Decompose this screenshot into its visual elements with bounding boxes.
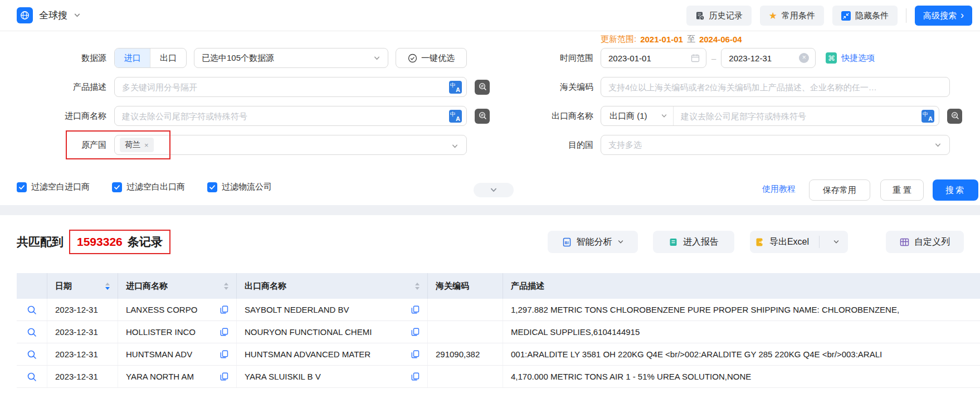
excel-export-icon <box>755 237 764 247</box>
product-desc-cell: 4,170.000 METRIC TONS AIR 1 - 51% UREA S… <box>503 366 980 387</box>
exporter-cell: YARA SLUISKIL B V <box>237 366 428 387</box>
origin-country-label: 原产国 <box>17 140 106 150</box>
table-body: 2023-12-31 LANXESS CORPO SAYBOLT NEDERLA… <box>17 299 980 388</box>
filter-logistics-checkbox[interactable]: 过滤物流公司 <box>207 182 272 192</box>
translate-icon[interactable]: 中A <box>449 81 462 94</box>
chevron-down-icon <box>617 239 624 245</box>
header-date[interactable]: 日期 <box>47 273 118 299</box>
exporter-type-select[interactable]: 出口商 (1) <box>601 106 674 125</box>
copy-icon[interactable] <box>411 350 420 358</box>
header-product-desc: 产品描述 <box>503 273 980 299</box>
save-common-button[interactable]: 保存常用 <box>809 179 870 201</box>
search-button[interactable]: 搜索 <box>933 179 978 201</box>
hs-code-input[interactable] <box>608 82 942 92</box>
data-source-selected: 已选中105个数据源 <box>202 53 274 64</box>
end-date-field[interactable]: 2023-12-31 × <box>721 48 816 68</box>
smart-analysis-button[interactable]: BI 智能分析 <box>548 231 638 253</box>
filter-blank-exporter-checkbox[interactable]: 过滤空白出口商 <box>112 182 185 192</box>
exact-search-toggle-icon[interactable] <box>475 80 490 95</box>
chevron-down-icon[interactable] <box>74 12 81 19</box>
favorites-button[interactable]: ★ 常用条件 <box>760 6 824 26</box>
header-exporter[interactable]: 出口商名称 <box>237 273 428 299</box>
copy-icon[interactable] <box>220 305 228 314</box>
app-brand[interactable]: 全球搜 <box>17 7 81 23</box>
row-search-icon[interactable] <box>27 372 37 382</box>
origin-country-select[interactable]: 荷兰 × <box>114 135 467 155</box>
copy-icon[interactable] <box>411 328 420 336</box>
copy-icon[interactable] <box>220 328 228 336</box>
export-excel-button[interactable]: 导出Excel <box>750 231 814 253</box>
importer-row: 进口商名称 中A <box>17 106 490 126</box>
import-export-toggle: 进口 出口 <box>114 48 187 68</box>
exporter-input[interactable] <box>674 111 922 121</box>
exporter-cell: HUNTSMAN ADVANCED MATER <box>237 343 428 365</box>
history-icon <box>695 11 705 21</box>
update-range-to: 至 <box>687 34 695 45</box>
row-search-icon[interactable] <box>27 349 37 360</box>
importer-input[interactable] <box>122 111 449 121</box>
collapse-form-button[interactable] <box>474 183 514 197</box>
checkbox-checked-icon <box>112 182 122 192</box>
quick-options-label: 快捷选项 <box>841 53 875 64</box>
date-cell: 2023-12-31 <box>47 366 118 387</box>
topbar-divider <box>906 8 906 23</box>
end-date-value: 2023-12-31 <box>729 54 772 63</box>
importer-cell: HUNTSMAN ADV <box>118 343 237 365</box>
result-count-line: 共匹配到 1593326 条记录 <box>17 230 170 254</box>
history-button[interactable]: 历史记录 <box>686 6 752 26</box>
row-search-icon[interactable] <box>27 327 37 337</box>
sort-icons[interactable] <box>415 283 420 290</box>
checkbox-checked-icon <box>207 182 217 192</box>
custom-columns-button[interactable]: 自定义列 <box>886 231 964 253</box>
reset-button[interactable]: 重 置 <box>880 179 924 201</box>
chevron-down-icon <box>833 239 840 245</box>
exact-search-toggle-icon[interactable] <box>475 109 490 124</box>
copy-icon[interactable] <box>220 350 228 358</box>
hs-code-row: 海关编码 <box>535 77 950 97</box>
filter-blank-importer-checkbox[interactable]: 过滤空白进口商 <box>17 182 90 192</box>
tab-export[interactable]: 出口 <box>150 48 186 67</box>
destination-row: 目的国 支持多选 <box>535 135 950 155</box>
sort-icons[interactable] <box>224 283 228 290</box>
filter-label: 过滤物流公司 <box>222 182 272 192</box>
row-detail-cell <box>17 321 47 343</box>
quick-options-link[interactable]: ⌘ 快捷选项 <box>826 52 875 64</box>
row-search-icon[interactable] <box>27 305 37 315</box>
start-date-value: 2023-01-01 <box>608 54 651 63</box>
section-divider <box>0 205 980 215</box>
copy-icon[interactable] <box>220 372 228 381</box>
star-icon: ★ <box>769 11 777 21</box>
product-desc-input[interactable] <box>122 82 449 92</box>
calendar-icon <box>691 54 700 62</box>
annotation-box-count: 1593326 条记录 <box>69 230 170 254</box>
export-more-button[interactable] <box>825 231 848 253</box>
advanced-search-button[interactable]: 高级搜索 › <box>915 6 972 26</box>
start-date-field[interactable]: 2023-01-01 <box>601 48 706 68</box>
translate-icon[interactable]: 中A <box>449 110 462 123</box>
clear-date-icon[interactable]: × <box>799 53 809 63</box>
data-source-select[interactable]: 已选中105个数据源 <box>194 48 388 68</box>
copy-icon[interactable] <box>411 305 420 314</box>
app-name: 全球搜 <box>39 9 67 22</box>
remove-tag-icon[interactable]: × <box>144 141 149 149</box>
table-row: 2023-12-31 HOLLISTER INCO NOURYON FUNCTI… <box>17 321 980 343</box>
tab-import[interactable]: 进口 <box>115 48 150 67</box>
translate-icon[interactable]: 中A <box>922 110 934 123</box>
enter-report-button[interactable]: 进入报告 <box>653 231 734 253</box>
product-desc-cell: MEDICAL SUPPLIES,6104144915 <box>503 321 980 343</box>
exporter-cell: SAYBOLT NEDERLAND BV <box>237 299 428 320</box>
data-source-row: 数据源 进口 出口 已选中105个数据源 一键优选 <box>17 48 467 68</box>
header-importer[interactable]: 进口商名称 <box>118 273 237 299</box>
exact-search-toggle-icon[interactable] <box>947 109 962 124</box>
hide-conditions-button[interactable]: 隐藏条件 <box>832 6 898 26</box>
table-row: 2023-12-31 YARA NORTH AM YARA SLUISKIL B… <box>17 366 980 388</box>
destination-select[interactable]: 支持多选 <box>601 135 950 155</box>
one-click-optimize-button[interactable]: 一键优选 <box>396 48 467 68</box>
sort-icons[interactable] <box>105 283 110 290</box>
header-hs-code: 海关编码 <box>428 273 503 299</box>
command-icon: ⌘ <box>826 52 837 64</box>
enter-report-label: 进入报告 <box>683 236 719 248</box>
data-source-label: 数据源 <box>17 53 106 64</box>
tutorial-link[interactable]: 使用教程 <box>762 184 796 195</box>
copy-icon[interactable] <box>411 372 420 381</box>
